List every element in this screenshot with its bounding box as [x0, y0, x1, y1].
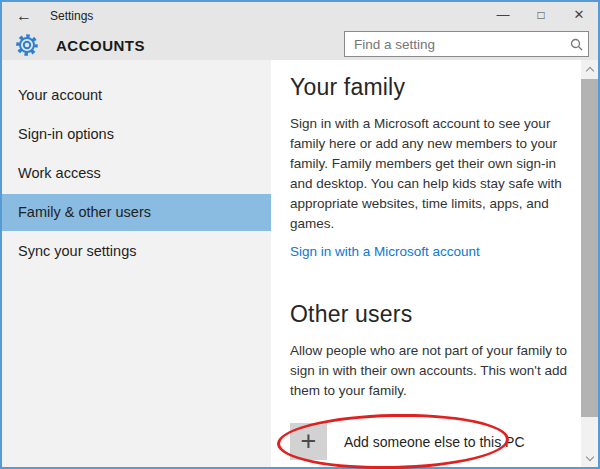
scroll-up-icon[interactable]: [581, 60, 598, 77]
window-controls: — □ ✕: [484, 2, 598, 30]
add-someone-else-label: Add someone else to this PC: [344, 434, 525, 450]
sidebar-item-sign-in-options[interactable]: Sign-in options: [2, 116, 271, 153]
close-button[interactable]: ✕: [560, 2, 598, 30]
scrollbar[interactable]: [581, 60, 598, 467]
window-title: Settings: [50, 9, 93, 23]
settings-gear-icon: [15, 33, 39, 57]
sidebar-item-family-other-users[interactable]: Family & other users: [2, 194, 271, 231]
minimize-button[interactable]: —: [484, 2, 522, 30]
sidebar: Your account Sign-in options Work access…: [2, 60, 271, 467]
section-heading-your-family: Your family: [290, 74, 573, 101]
titlebar: ← Settings — □ ✕: [2, 2, 598, 30]
scroll-down-icon[interactable]: [581, 450, 598, 467]
sidebar-item-work-access[interactable]: Work access: [2, 155, 271, 192]
sidebar-item-sync-your-settings[interactable]: Sync your settings: [2, 233, 271, 270]
add-someone-else-button[interactable]: + Add someone else to this PC: [290, 423, 542, 460]
scrollbar-thumb[interactable]: [581, 79, 598, 417]
search-icon[interactable]: [564, 38, 588, 51]
page-title: ACCOUNTS: [56, 37, 145, 54]
back-button[interactable]: ←: [2, 2, 46, 30]
main-area: Your account Sign-in options Work access…: [2, 60, 598, 467]
plus-icon: +: [290, 423, 327, 460]
page-header: ACCOUNTS: [2, 30, 598, 60]
sidebar-item-your-account[interactable]: Your account: [2, 77, 271, 114]
scrollbar-track[interactable]: [581, 77, 598, 450]
your-family-description: Sign in with a Microsoft account to see …: [290, 114, 573, 234]
search-input[interactable]: [345, 37, 564, 52]
maximize-button[interactable]: □: [522, 2, 560, 30]
section-heading-other-users: Other users: [290, 301, 573, 328]
other-users-description: Allow people who are not part of your fa…: [290, 341, 573, 401]
sign-in-microsoft-account-link[interactable]: Sign in with a Microsoft account: [290, 244, 480, 259]
search-box: [344, 31, 589, 57]
settings-window: ← Settings — □ ✕ ACCOUNTS: [0, 0, 600, 469]
content-pane: Your family Sign in with a Microsoft acc…: [271, 60, 581, 467]
